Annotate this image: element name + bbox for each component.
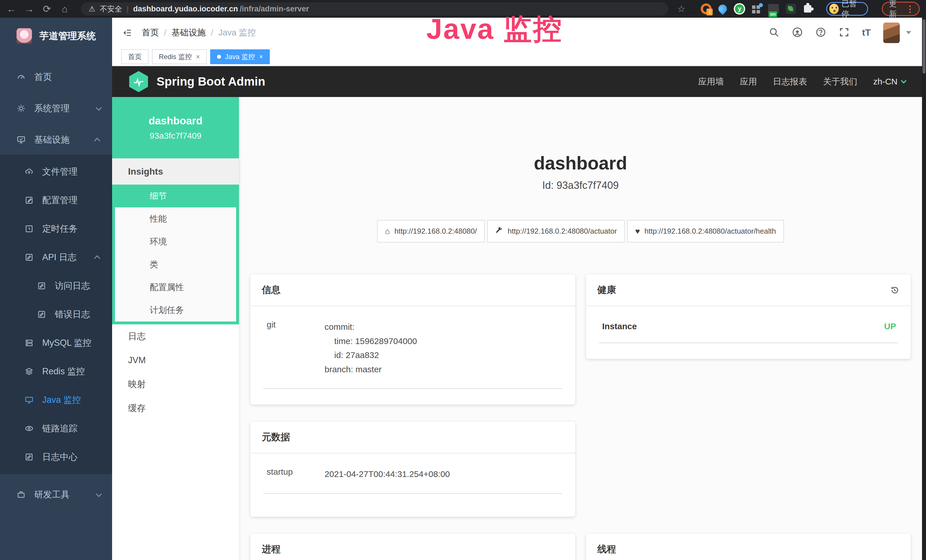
page-tabs: 首页 Redis 监控 × Java 监控 × (112, 48, 922, 66)
instance-id: 93a3fc7f7409 (150, 131, 202, 141)
metadata-card: 元数据 startup 2021-04-27T00:44:31.254+08:0… (250, 422, 575, 517)
user-avatar[interactable] (883, 23, 900, 43)
sidebar-item-trace[interactable]: 链路追踪 (0, 414, 112, 443)
locale-label: zh-CN (873, 77, 897, 86)
sidebar-item-log-center[interactable]: 日志中心 (0, 443, 112, 471)
wrench-icon (495, 226, 503, 236)
fullscreen-icon[interactable] (839, 27, 850, 39)
close-icon[interactable]: × (196, 53, 200, 61)
browser-toolbar: ← → ⟳ ⌂ ⚠ 不安全 | dashboard.yudao.iocoder.… (0, 0, 926, 18)
nav-item-metrics[interactable]: 性能 (115, 207, 236, 230)
scrollbar-thumb[interactable] (923, 20, 925, 74)
nav-journal[interactable]: 日志报表 (773, 76, 807, 88)
sidebar-item-system[interactable]: 系统管理 (0, 94, 112, 123)
insights-group: Insights 细节 性能 环境 类 配置属性 计划任务 (112, 158, 239, 324)
warning-icon: ⚠ (89, 5, 95, 14)
security-label[interactable]: 不安全 (100, 4, 122, 14)
breadcrumb-home[interactable]: 首页 (142, 27, 159, 38)
spring-boot-admin-logo-icon[interactable] (129, 71, 148, 92)
extension-leaf-icon[interactable] (786, 4, 796, 14)
extensions-row: 1 y on (701, 3, 811, 15)
sidebar-item-redis[interactable]: Redis 监控 (0, 357, 112, 386)
instance-header[interactable]: dashboard 93a3fc7f7409 (112, 97, 239, 158)
actuator-url-link[interactable]: http://192.168.0.2:48080/actuator (487, 220, 625, 242)
sidebar-item-files[interactable]: 文件管理 (0, 157, 112, 186)
sidebar-item-infra[interactable]: 基础设施 (0, 125, 112, 154)
tab-java[interactable]: Java 监控 × (210, 49, 270, 64)
history-icon[interactable] (890, 286, 899, 295)
github-icon[interactable] (792, 27, 803, 39)
locale-select[interactable]: zh-CN (873, 77, 905, 86)
sidebar-item-api-log[interactable]: API 日志 (0, 243, 112, 272)
nav-item-configprops[interactable]: 配置属性 (115, 276, 236, 299)
health-row-label: Instance (602, 321, 637, 331)
infra-submenu: 文件管理 配置管理 定时任务 API 日志 访问日志 错误日志 MySQL 监控 (0, 154, 112, 474)
admin-sidebar: 芋道管理系统 首页 系统管理 基础设施 文件管理 配置管理 定时任务 API 日… (0, 18, 112, 560)
extensions-puzzle-icon[interactable] (804, 5, 811, 12)
sidebar-item-devtools[interactable]: 研发工具 (0, 480, 112, 510)
nav-item-jvm[interactable]: JVM (112, 348, 239, 372)
sidebar-item-config[interactable]: 配置管理 (0, 186, 112, 215)
sidebar-item-jobs[interactable]: 定时任务 (0, 215, 112, 243)
nav-item-logs[interactable]: 日志 (112, 324, 239, 348)
nav-item-scheduled-tasks[interactable]: 计划任务 (115, 299, 236, 321)
extension-pin-icon[interactable] (717, 3, 729, 15)
sidebar-item-error-log[interactable]: 错误日志 (0, 300, 112, 328)
back-icon[interactable]: ← (6, 4, 17, 14)
sidebar-item-access-log[interactable]: 访问日志 (0, 272, 112, 300)
instance-links: ⌂ http://192.168.0.2:48080/ http://192.1… (250, 220, 911, 242)
app-logo[interactable]: 芋道管理系统 (0, 18, 112, 54)
nav-applications[interactable]: 应用 (740, 76, 757, 88)
nav-item-classes[interactable]: 类 (115, 253, 236, 276)
url-path: /infra/admin-server (239, 5, 309, 14)
window-scrollbar[interactable] (922, 18, 926, 560)
browser-home-icon[interactable]: ⌂ (60, 4, 70, 14)
avatar-caret-icon[interactable] (906, 31, 911, 34)
status-badge: UP (884, 321, 896, 331)
tab-label: Redis 监控 (159, 52, 192, 61)
service-url-link[interactable]: ⌂ http://192.168.0.2:48080/ (377, 220, 485, 242)
extension-colorpicker-icon[interactable]: 1 (701, 3, 711, 14)
extension-switch-icon[interactable]: on (768, 4, 779, 14)
cards-grid: 信息 git commit: time: 1596289704000 id: 2… (250, 274, 911, 560)
forward-icon[interactable]: → (24, 4, 34, 14)
metadata-row-value: 2021-04-27T00:44:31.254+08:00 (325, 467, 450, 481)
tab-home[interactable]: 首页 (121, 49, 148, 64)
address-bar[interactable]: ⚠ 不安全 | dashboard.yudao.iocoder.cn /infr… (81, 2, 668, 15)
nav-item-details[interactable]: 细节 (112, 185, 239, 207)
nav-item-caches[interactable]: 缓存 (112, 396, 239, 420)
tab-redis[interactable]: Redis 监控 × (152, 49, 207, 64)
paused-chip[interactable]: 已暂停 (826, 2, 868, 16)
bookmark-star-icon[interactable]: ☆ (677, 3, 685, 14)
git-id-line: id: 27aa832 (325, 348, 417, 362)
extension-grid-icon[interactable] (752, 4, 761, 14)
update-button[interactable]: 更新 ⋮ (882, 2, 920, 16)
nav-wallboard[interactable]: 应用墙 (698, 76, 724, 88)
help-icon[interactable] (816, 27, 826, 39)
page-instance-id: Id: 93a3fc7f7409 (250, 179, 911, 191)
separator: | (127, 5, 129, 14)
close-icon[interactable]: × (259, 53, 263, 61)
sidebar-item-label: 链路追踪 (42, 422, 77, 434)
search-icon[interactable] (769, 27, 779, 39)
font-size-icon[interactable]: tT (862, 27, 871, 38)
nav-item-environment[interactable]: 环境 (115, 230, 236, 253)
health-instance-row: Instance UP (599, 320, 898, 343)
metadata-card-title: 元数据 (250, 422, 575, 453)
sidebar-item-label: 配置管理 (42, 194, 77, 206)
sidebar-item-home[interactable]: 首页 (0, 62, 112, 92)
health-url-link[interactable]: ♥ http://192.168.0.2:48080/actuator/heal… (627, 220, 784, 242)
breadcrumb-infra[interactable]: 基础设施 (171, 27, 206, 38)
extension-y-icon[interactable]: y (734, 3, 745, 15)
tab-label: Java 监控 (225, 52, 255, 61)
nav-about[interactable]: 关于我们 (823, 76, 857, 88)
nav-item-mappings[interactable]: 映射 (112, 372, 239, 396)
sba-brand-title[interactable]: Spring Boot Admin (157, 75, 265, 88)
menu-dots-icon[interactable]: ⋮ (906, 4, 914, 14)
sidebar-fold-icon[interactable] (123, 28, 132, 37)
extension-badge: 1 (707, 9, 713, 15)
reload-icon[interactable]: ⟳ (42, 4, 52, 14)
sidebar-item-mysql[interactable]: MySQL 监控 (0, 328, 112, 357)
sidebar-item-java[interactable]: Java 监控 (0, 386, 112, 414)
page-title: dashboard (250, 153, 911, 174)
